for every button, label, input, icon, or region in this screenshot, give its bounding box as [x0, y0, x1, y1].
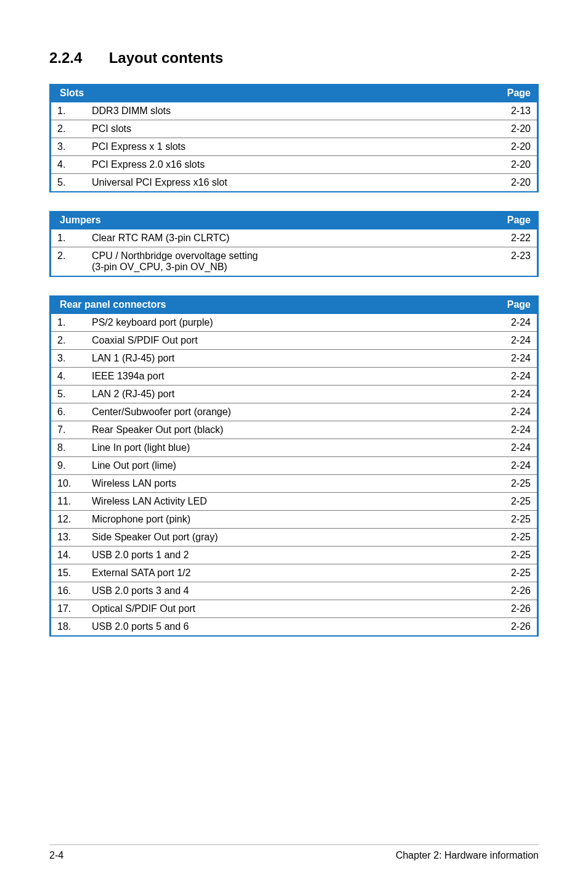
row-description: IEEE 1394a port — [92, 368, 475, 386]
slots-table: Slots Page 1.DDR3 DIMM slots2-132.PCI sl… — [49, 84, 539, 192]
row-description: Side Speaker Out port (gray) — [92, 529, 475, 547]
row-page: 2-26 — [475, 618, 538, 637]
row-description: LAN 1 (RJ-45) port — [92, 350, 475, 368]
section-number: 2.2.4 — [49, 49, 105, 67]
row-number: 1. — [51, 102, 92, 120]
row-number: 2. — [51, 332, 92, 350]
row-number: 4. — [51, 368, 92, 386]
table-row: 9.Line Out port (lime)2-24 — [51, 457, 538, 475]
row-page: 2-25 — [475, 529, 538, 547]
row-page: 2-24 — [475, 457, 538, 475]
table-row: 7.Rear Speaker Out port (black)2-24 — [51, 421, 538, 439]
row-number: 5. — [51, 174, 92, 192]
slots-header-page: Page — [475, 84, 538, 102]
row-number: 3. — [51, 138, 92, 156]
row-description: Coaxial S/PDIF Out port — [92, 332, 475, 350]
row-number: 5. — [51, 386, 92, 403]
table-row: 18.USB 2.0 ports 5 and 62-26 — [51, 618, 538, 637]
table-row: 13.Side Speaker Out port (gray)2-25 — [51, 529, 538, 547]
row-page: 2-24 — [475, 350, 538, 368]
section-title: Layout contents — [109, 49, 223, 66]
row-description: USB 2.0 ports 5 and 6 — [92, 618, 475, 637]
row-number: 15. — [51, 564, 92, 582]
row-description: PCI Express 2.0 x16 slots — [92, 156, 475, 174]
row-description: DDR3 DIMM slots — [92, 102, 475, 120]
row-page: 2-20 — [475, 138, 538, 156]
row-description: External SATA port 1/2 — [92, 564, 475, 582]
row-description: PCI slots — [92, 120, 475, 138]
row-page: 2-24 — [475, 439, 538, 457]
table-row: 3.PCI Express x 1 slots2-20 — [51, 138, 538, 156]
jumpers-table: Jumpers Page 1.Clear RTC RAM (3-pin CLRT… — [49, 211, 539, 277]
table-row: 2.CPU / Northbridge overvoltage setting … — [51, 247, 538, 277]
table-row: 15.External SATA port 1/22-25 — [51, 564, 538, 582]
page-footer: 2-4 Chapter 2: Hardware information — [49, 844, 539, 861]
row-description: LAN 2 (RJ-45) port — [92, 386, 475, 403]
table-row: 1.Clear RTC RAM (3-pin CLRTC)2-22 — [51, 229, 538, 247]
row-number: 18. — [51, 618, 92, 637]
row-page: 2-22 — [475, 229, 538, 247]
row-number: 2. — [51, 247, 92, 277]
row-description: Clear RTC RAM (3-pin CLRTC) — [92, 229, 475, 247]
row-page: 2-24 — [475, 403, 538, 421]
table-row: 5.LAN 2 (RJ-45) port2-24 — [51, 386, 538, 403]
row-number: 10. — [51, 475, 92, 493]
row-description: USB 2.0 ports 3 and 4 — [92, 582, 475, 600]
row-page: 2-25 — [475, 511, 538, 529]
row-number: 2. — [51, 120, 92, 138]
rear-header-title: Rear panel connectors — [51, 295, 476, 314]
rear-table: Rear panel connectors Page 1.PS/2 keyboa… — [49, 295, 539, 637]
table-row: 2.PCI slots2-20 — [51, 120, 538, 138]
row-number: 9. — [51, 457, 92, 475]
row-number: 14. — [51, 547, 92, 564]
table-row: 12.Microphone port (pink)2-25 — [51, 511, 538, 529]
row-page: 2-26 — [475, 582, 538, 600]
row-description: Wireless LAN Activity LED — [92, 493, 475, 511]
jumpers-body: 1.Clear RTC RAM (3-pin CLRTC)2-222.CPU /… — [51, 229, 538, 276]
slots-header-title: Slots — [51, 84, 476, 102]
rear-body: 1.PS/2 keyboard port (purple)2-242.Coaxi… — [51, 314, 538, 636]
table-row: 1.DDR3 DIMM slots2-13 — [51, 102, 538, 120]
row-description: Microphone port (pink) — [92, 511, 475, 529]
row-page: 2-24 — [475, 368, 538, 386]
row-page: 2-26 — [475, 600, 538, 618]
row-number: 16. — [51, 582, 92, 600]
table-row: 8.Line In port (light blue)2-24 — [51, 439, 538, 457]
row-page: 2-20 — [475, 120, 538, 138]
row-number: 4. — [51, 156, 92, 174]
row-description: Wireless LAN ports — [92, 475, 475, 493]
slots-body: 1.DDR3 DIMM slots2-132.PCI slots2-203.PC… — [51, 102, 538, 192]
row-number: 12. — [51, 511, 92, 529]
table-row: 5.Universal PCI Express x16 slot2-20 — [51, 174, 538, 192]
row-page: 2-25 — [475, 547, 538, 564]
row-description: USB 2.0 ports 1 and 2 — [92, 547, 475, 564]
footer-chapter: Chapter 2: Hardware information — [396, 850, 539, 861]
row-page: 2-20 — [475, 156, 538, 174]
row-description: PCI Express x 1 slots — [92, 138, 475, 156]
table-row: 2.Coaxial S/PDIF Out port2-24 — [51, 332, 538, 350]
row-page: 2-25 — [475, 475, 538, 493]
row-description: Line In port (light blue) — [92, 439, 475, 457]
row-page: 2-24 — [475, 386, 538, 403]
row-description: CPU / Northbridge overvoltage setting (3… — [92, 247, 475, 277]
row-description: PS/2 keyboard port (purple) — [92, 314, 475, 332]
row-number: 8. — [51, 439, 92, 457]
row-page: 2-13 — [475, 102, 538, 120]
row-number: 7. — [51, 421, 92, 439]
table-row: 4.IEEE 1394a port2-24 — [51, 368, 538, 386]
row-description: Center/Subwoofer port (orange) — [92, 403, 475, 421]
row-description: Rear Speaker Out port (black) — [92, 421, 475, 439]
row-number: 1. — [51, 229, 92, 247]
row-page: 2-25 — [475, 493, 538, 511]
row-page: 2-24 — [475, 314, 538, 332]
table-row: 16.USB 2.0 ports 3 and 42-26 — [51, 582, 538, 600]
row-page: 2-23 — [475, 247, 538, 277]
row-number: 6. — [51, 403, 92, 421]
jumpers-header-page: Page — [475, 211, 538, 229]
jumpers-header-title: Jumpers — [51, 211, 476, 229]
table-row: 10.Wireless LAN ports2-25 — [51, 475, 538, 493]
table-row: 17.Optical S/PDIF Out port2-26 — [51, 600, 538, 618]
row-description: Optical S/PDIF Out port — [92, 600, 475, 618]
table-row: 1.PS/2 keyboard port (purple)2-24 — [51, 314, 538, 332]
row-number: 13. — [51, 529, 92, 547]
